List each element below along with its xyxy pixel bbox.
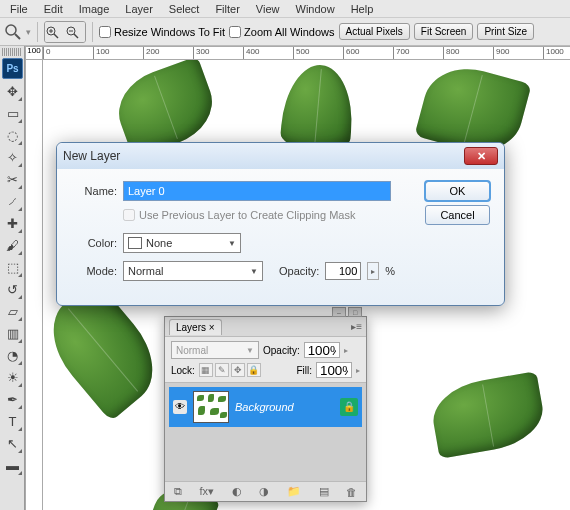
lock-all-icon[interactable]: 🔒 xyxy=(247,363,261,377)
marquee-tool-icon[interactable]: ▭ xyxy=(2,103,23,124)
cancel-button[interactable]: Cancel xyxy=(425,205,490,225)
layer-fill-input[interactable] xyxy=(316,362,352,378)
history-brush-tool-icon[interactable]: ↺ xyxy=(2,279,23,300)
dialog-title: New Layer xyxy=(63,149,120,163)
svg-line-7 xyxy=(74,34,78,38)
toolbox-grip[interactable] xyxy=(2,48,22,56)
menu-bar: File Edit Image Layer Select Filter View… xyxy=(0,0,570,18)
lasso-tool-icon[interactable]: ◌ xyxy=(2,125,23,146)
layers-tab[interactable]: Layers × xyxy=(169,319,222,335)
opacity-slider-icon[interactable]: ▸ xyxy=(367,262,379,280)
lock-position-icon[interactable]: ✥ xyxy=(231,363,245,377)
fit-screen-button[interactable]: Fit Screen xyxy=(414,23,474,40)
dodge-tool-icon[interactable]: ☀ xyxy=(2,367,23,388)
dialog-titlebar[interactable]: New Layer ✕ xyxy=(57,143,504,169)
brush-tool-icon[interactable]: 🖌 xyxy=(2,235,23,256)
menu-window[interactable]: Window xyxy=(288,1,343,17)
percent-label: % xyxy=(385,265,395,277)
resize-windows-checkbox[interactable]: Resize Windows To Fit xyxy=(99,26,225,38)
eraser-tool-icon[interactable]: ▱ xyxy=(2,301,23,322)
layer-name[interactable]: Background xyxy=(235,401,334,413)
ruler-origin: 100 xyxy=(25,46,43,60)
layer-thumbnail[interactable] xyxy=(193,391,229,423)
panel-close-icon[interactable]: □ xyxy=(348,307,362,317)
menu-layer[interactable]: Layer xyxy=(117,1,161,17)
svg-point-0 xyxy=(6,25,16,35)
horizontal-ruler: 0100200300400500600700800900100011001200… xyxy=(43,46,570,60)
panel-minimize-icon[interactable]: – xyxy=(332,307,346,317)
actual-pixels-button[interactable]: Actual Pixels xyxy=(339,23,410,40)
new-layer-icon[interactable]: ▤ xyxy=(319,485,329,498)
wand-tool-icon[interactable]: ✧ xyxy=(2,147,23,168)
lock-label: Lock: xyxy=(171,365,195,376)
menu-help[interactable]: Help xyxy=(343,1,382,17)
name-label: Name: xyxy=(71,185,117,197)
blur-tool-icon[interactable]: ◔ xyxy=(2,345,23,366)
toolbox: Ps ✥ ▭ ◌ ✧ ✂ ⟋ ✚ 🖌 ⬚ ↺ ▱ ▥ ◔ ☀ ✒ T ↖ ▬ xyxy=(0,46,25,510)
zoom-in-button[interactable] xyxy=(45,22,65,42)
layer-row[interactable]: 👁 Background 🔒 xyxy=(169,387,362,427)
stamp-tool-icon[interactable]: ⬚ xyxy=(2,257,23,278)
menu-image[interactable]: Image xyxy=(71,1,118,17)
fill-flyout-icon[interactable]: ▸ xyxy=(356,366,360,375)
move-tool-icon[interactable]: ✥ xyxy=(2,81,23,102)
link-layers-icon[interactable]: ⧉ xyxy=(174,485,182,498)
color-label: Color: xyxy=(71,237,117,249)
zoom-all-checkbox[interactable]: Zoom All Windows xyxy=(229,26,334,38)
layer-fx-icon[interactable]: fx▾ xyxy=(199,485,214,498)
opacity-label: Opacity: xyxy=(279,265,319,277)
layer-opacity-input[interactable] xyxy=(304,342,340,358)
menu-view[interactable]: View xyxy=(248,1,288,17)
zoom-buttons xyxy=(44,21,86,43)
zoom-out-button[interactable] xyxy=(65,22,85,42)
delete-layer-icon[interactable]: 🗑 xyxy=(346,486,357,498)
options-bar: ▾ Resize Windows To Fit Zoom All Windows… xyxy=(0,18,570,46)
clipping-mask-label: Use Previous Layer to Create Clipping Ma… xyxy=(139,209,355,221)
menu-filter[interactable]: Filter xyxy=(207,1,247,17)
layer-locked-icon[interactable]: 🔒 xyxy=(340,398,358,416)
vertical-ruler xyxy=(25,60,43,510)
lock-pixels-icon[interactable]: ✎ xyxy=(215,363,229,377)
type-tool-icon[interactable]: T xyxy=(2,411,23,432)
layer-list: 👁 Background 🔒 xyxy=(165,383,366,481)
layer-mask-icon[interactable]: ◐ xyxy=(232,485,242,498)
opacity-input[interactable] xyxy=(325,262,361,280)
fill-label: Fill: xyxy=(296,365,312,376)
photoshop-logo-icon[interactable]: Ps xyxy=(2,58,23,79)
color-value: None xyxy=(146,237,172,249)
layer-name-input[interactable] xyxy=(123,181,391,201)
slice-tool-icon[interactable]: ⟋ xyxy=(2,191,23,212)
blend-mode-dropdown[interactable]: Normal▼ xyxy=(171,341,259,359)
crop-tool-icon[interactable]: ✂ xyxy=(2,169,23,190)
mode-dropdown[interactable]: Normal xyxy=(123,261,263,281)
visibility-toggle-icon[interactable]: 👁 xyxy=(173,400,187,414)
panel-window-controls: – □ xyxy=(332,307,362,317)
zoom-tool-icon[interactable] xyxy=(4,23,22,41)
path-tool-icon[interactable]: ↖ xyxy=(2,433,23,454)
ok-button[interactable]: OK xyxy=(425,181,490,201)
new-layer-dialog: New Layer ✕ Name: OK Use Previous Layer … xyxy=(56,142,505,306)
layers-footer: ⧉ fx▾ ◐ ◑ 📁 ▤ 🗑 xyxy=(165,481,366,501)
menu-file[interactable]: File xyxy=(2,1,36,17)
adjustment-layer-icon[interactable]: ◑ xyxy=(259,485,269,498)
lock-transparency-icon[interactable]: ▦ xyxy=(199,363,213,377)
group-icon[interactable]: 📁 xyxy=(287,485,301,498)
none-swatch-icon xyxy=(128,237,142,249)
panel-menu-icon[interactable]: ▸≡ xyxy=(351,321,362,332)
mode-label: Mode: xyxy=(71,265,117,277)
shape-tool-icon[interactable]: ▬ xyxy=(2,455,23,476)
svg-line-3 xyxy=(54,34,58,38)
gradient-tool-icon[interactable]: ▥ xyxy=(2,323,23,344)
heal-tool-icon[interactable]: ✚ xyxy=(2,213,23,234)
close-button[interactable]: ✕ xyxy=(464,147,498,165)
menu-select[interactable]: Select xyxy=(161,1,208,17)
pen-tool-icon[interactable]: ✒ xyxy=(2,389,23,410)
opacity-flyout-icon[interactable]: ▸ xyxy=(344,346,348,355)
menu-edit[interactable]: Edit xyxy=(36,1,71,17)
color-dropdown[interactable]: None xyxy=(123,233,241,253)
print-size-button[interactable]: Print Size xyxy=(477,23,534,40)
resize-windows-label: Resize Windows To Fit xyxy=(114,26,225,38)
mode-value: Normal xyxy=(128,265,163,277)
lock-buttons: ▦ ✎ ✥ 🔒 xyxy=(199,363,261,377)
zoom-all-label: Zoom All Windows xyxy=(244,26,334,38)
